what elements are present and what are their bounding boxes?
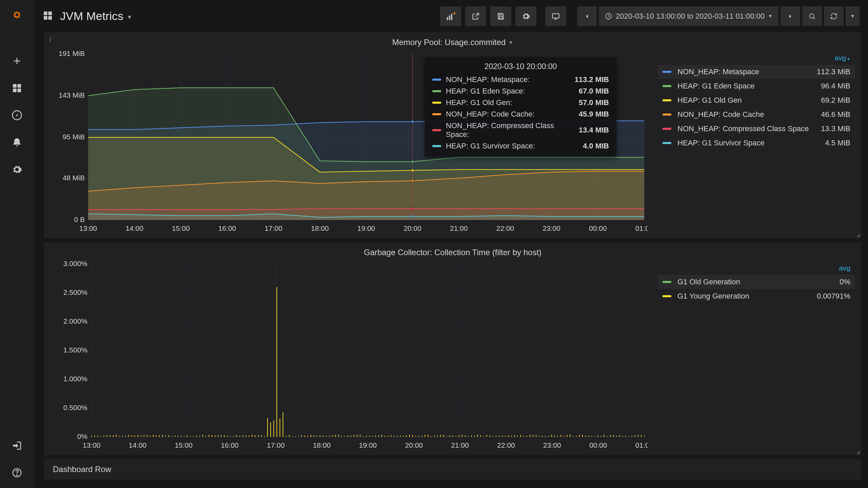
refresh-interval-button[interactable]: ▼	[846, 6, 860, 26]
svg-point-7	[17, 475, 17, 475]
time-range-controls: 2020-03-10 13:00:00 to 2020-03-11 01:00:…	[575, 6, 860, 26]
help-icon[interactable]	[10, 466, 24, 480]
svg-text:21:00: 21:00	[450, 224, 468, 232]
resize-handle-icon[interactable]: ◢	[856, 449, 860, 454]
svg-text:00:00: 00:00	[589, 224, 607, 232]
panel-title[interactable]: Memory Pool: Usage.commited ▼	[44, 32, 861, 50]
legend-item[interactable]: G1 Old Generation 0%	[658, 275, 855, 289]
svg-text:01:00: 01:00	[635, 224, 648, 232]
main: JVM Metrics ▼ 2020-03-10 13:00:00 to 202…	[34, 0, 868, 488]
legend-swatch	[663, 128, 671, 130]
legend-value: 112.3 MiB	[817, 67, 850, 76]
time-range-picker[interactable]: 2020-03-10 13:00:00 to 2020-03-11 01:00:…	[599, 6, 778, 26]
svg-text:2.000%: 2.000%	[63, 317, 87, 325]
svg-text:18:00: 18:00	[311, 224, 329, 232]
cycle-view-button[interactable]	[545, 6, 566, 26]
dashboards-icon[interactable]	[10, 81, 24, 95]
time-forward-button[interactable]	[781, 6, 800, 26]
legend-value: 96.4 MiB	[821, 82, 850, 90]
legend-label: G1 Old Generation	[677, 278, 840, 286]
svg-point-62	[411, 207, 414, 210]
legend-swatch	[663, 71, 671, 73]
svg-text:22:00: 22:00	[496, 224, 514, 232]
legend-swatch	[663, 295, 671, 297]
svg-text:1.500%: 1.500%	[63, 346, 87, 354]
svg-text:0%: 0%	[77, 432, 87, 440]
sidebar	[0, 0, 34, 488]
panel-title[interactable]: Garbage Collector: Collection Time (filt…	[44, 242, 861, 261]
legend-label: NON_HEAP: Code Cache	[677, 110, 821, 119]
panel-area: i Memory Pool: Usage.commited ▼ 0 B48 Mi…	[34, 32, 868, 488]
share-button[interactable]	[465, 6, 486, 26]
tooltip-title: 2020-03-10 20:00:00	[432, 62, 609, 71]
svg-point-61	[411, 180, 414, 182]
time-back-button[interactable]	[577, 6, 597, 26]
svg-point-63	[411, 215, 414, 218]
gc-chart[interactable]: 0%0.500%1.000%1.500%2.000%2.500%3.000%13…	[54, 261, 648, 450]
svg-text:16:00: 16:00	[221, 441, 239, 449]
legend-header[interactable]: avg▼	[658, 53, 855, 65]
caret-down-icon: ▼	[850, 14, 855, 19]
dashboard-title[interactable]: JVM Metrics ▼	[60, 9, 132, 23]
svg-text:14:00: 14:00	[125, 224, 143, 232]
resize-handle-icon[interactable]: ◢	[856, 232, 860, 238]
chart-area[interactable]: 0 B48 MiB95 MiB143 MiB191 MiB13:0014:001…	[54, 50, 648, 233]
panel-title-text: Memory Pool: Usage.commited	[392, 38, 506, 47]
configuration-icon[interactable]	[10, 163, 24, 176]
legend-item[interactable]: HEAP: G1 Survivor Space 4.5 MiB	[658, 136, 855, 150]
svg-text:17:00: 17:00	[267, 441, 285, 449]
legend-label: HEAP: G1 Eden Space	[677, 82, 821, 90]
svg-rect-11	[48, 16, 52, 20]
dashboard-grid-icon[interactable]	[42, 10, 53, 22]
legend-swatch	[663, 99, 671, 101]
svg-text:0.500%: 0.500%	[63, 404, 87, 411]
tooltip-row: NON_HEAP: Code Cache:45.9 MIB	[432, 108, 609, 120]
zoom-out-button[interactable]	[802, 6, 822, 26]
topbar: JVM Metrics ▼ 2020-03-10 13:00:00 to 202…	[34, 0, 868, 32]
svg-text:1.000%: 1.000%	[63, 375, 87, 383]
legend-item[interactable]: NON_HEAP: Metaspace 112.3 MiB	[658, 65, 855, 79]
svg-text:15:00: 15:00	[175, 441, 193, 449]
chart-area[interactable]: 0%0.500%1.000%1.500%2.000%2.500%3.000%13…	[54, 261, 648, 450]
svg-text:191 MiB: 191 MiB	[59, 50, 85, 57]
create-icon[interactable]	[10, 54, 24, 68]
legend-header[interactable]: avg	[658, 263, 855, 275]
time-range-text: 2020-03-10 13:00:00 to 2020-03-11 01:00:…	[616, 12, 765, 21]
svg-rect-9	[48, 12, 52, 15]
legend-item[interactable]: NON_HEAP: Code Cache 46.6 MiB	[658, 107, 855, 122]
legend-item[interactable]: NON_HEAP: Compressed Class Space 13.3 Mi…	[658, 122, 855, 136]
signin-icon[interactable]	[10, 439, 24, 452]
svg-rect-3	[13, 88, 17, 92]
svg-rect-10	[44, 16, 47, 20]
dashboard-row-toggle[interactable]: › Dashboard Row	[44, 459, 861, 480]
grafana-logo-icon[interactable]	[8, 6, 26, 24]
svg-text:18:00: 18:00	[313, 441, 331, 449]
legend-label: HEAP: G1 Old Gen	[677, 96, 821, 105]
legend-item[interactable]: HEAP: G1 Eden Space 96.4 MiB	[658, 79, 855, 93]
refresh-button[interactable]	[824, 6, 844, 26]
panel-info-icon[interactable]: i	[50, 36, 52, 43]
settings-button[interactable]	[515, 6, 536, 26]
svg-text:0 B: 0 B	[74, 216, 85, 223]
svg-rect-14	[451, 14, 452, 20]
svg-point-0	[15, 13, 19, 17]
legend-item[interactable]: G1 Young Generation 0.00791%	[658, 289, 855, 303]
svg-text:17:00: 17:00	[264, 224, 282, 232]
legend-item[interactable]: HEAP: G1 Old Gen 69.2 MiB	[658, 93, 855, 107]
caret-down-icon: ▼	[508, 40, 513, 45]
tooltip-row: NON_HEAP: Metaspace:113.2 MIB	[432, 74, 609, 85]
memory-pool-panel: i Memory Pool: Usage.commited ▼ 0 B48 Mi…	[44, 32, 861, 238]
svg-rect-2	[17, 84, 21, 88]
svg-text:14:00: 14:00	[129, 441, 147, 449]
add-panel-button[interactable]	[440, 6, 461, 26]
svg-text:143 MiB: 143 MiB	[59, 91, 85, 99]
panel-title-text: Garbage Collector: Collection Time (filt…	[364, 248, 541, 257]
tooltip-row: HEAP: G1 Old Gen:57.0 MIB	[432, 97, 609, 108]
legend-swatch	[663, 114, 671, 116]
svg-text:23:00: 23:00	[543, 441, 561, 449]
svg-rect-18	[552, 14, 559, 18]
alerting-icon[interactable]	[10, 136, 24, 149]
save-button[interactable]	[490, 6, 511, 26]
explore-icon[interactable]	[10, 108, 24, 122]
svg-text:48 MiB: 48 MiB	[63, 174, 85, 182]
